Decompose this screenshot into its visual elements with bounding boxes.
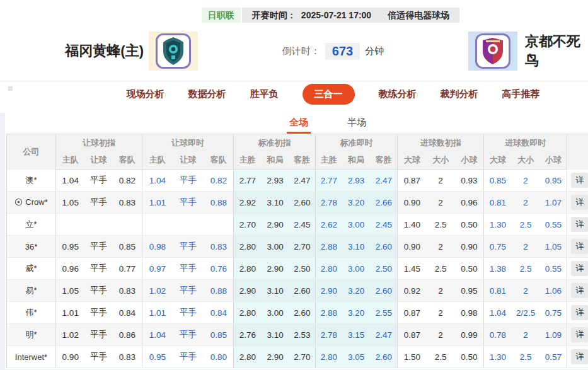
odds-cell: 2.78 [316,324,342,346]
odds-cell: 平手 [173,346,204,368]
odds-cell: 1.06 [540,280,567,302]
odds-cell: 1.01 [56,302,85,324]
odds-cell: 2.60 [289,302,316,324]
table-row: 明*1.02平手0.861.04平手0.852.763.102.532.783.… [7,324,588,346]
away-team-logo [468,32,517,71]
odds-cell: 3.10 [262,324,289,346]
company-name[interactable]: 36* [7,236,56,258]
odds-cell: 0.85 [113,236,142,258]
odds-cell: 2.90 [262,214,289,236]
odds-cell: 1.30 [484,214,512,236]
company-name[interactable]: 立* [7,214,56,236]
nav-tab-1[interactable]: 数据分析 [188,88,226,100]
detail-cell: 详 [567,236,588,258]
odds-cell: 3.10 [262,280,289,302]
odds-cell [113,214,142,236]
nav-tab-0[interactable]: 现场分析 [127,88,164,100]
odds-cell: 2.80 [234,258,262,280]
table-row: 立*2.702.902.452.623.002.451.402.50.501.3… [7,214,588,236]
odds-cell: 0.87 [398,324,427,346]
odds-cell: 2.5 [512,258,540,280]
odds-cell: 0.84 [113,302,142,324]
company-name[interactable]: 澳* [7,170,56,192]
detail-button[interactable]: 详 [571,239,588,254]
odds-cell: 3.05 [342,346,371,368]
odds-cell: 2 [512,236,540,258]
odds-cell: 0.82 [113,170,142,192]
league-badge[interactable]: 日职联 [202,8,241,23]
nav-tab-4[interactable]: 教练分析 [379,88,417,100]
odds-cell: 2.50 [371,258,398,280]
nav-tab-5[interactable]: 裁判分析 [441,88,478,100]
nav-bullet-icon [8,86,13,91]
sub-header-8: 客胜 [289,152,316,170]
company-ball-icon [14,198,23,206]
odds-cell: 2.60 [371,236,398,258]
match-meta-row: 日职联 开赛时间：2025-07-21 17:00 倍适得电器球场 [37,0,588,23]
nav-tab-3[interactable]: 三合一 [303,84,355,105]
sub-header-7: 和局 [262,152,289,170]
odds-cell: 0.76 [204,258,234,280]
detail-button[interactable]: 详 [571,261,588,276]
detail-button[interactable]: 详 [571,327,588,342]
match-header: 日职联 开赛时间：2025-07-21 17:00 倍适得电器球场 福冈黄蜂(主… [0,0,588,107]
odds-cell: 0.77 [113,258,142,280]
table-row: 威*0.96平手0.770.97平手0.762.802.902.502.803.… [7,258,588,280]
odds-cell: 3.00 [262,302,289,324]
home-team-name: 福冈黄蜂(主) [0,42,149,61]
detail-button[interactable]: 详 [571,305,588,320]
detail-button[interactable]: 详 [571,195,588,210]
odds-cell: 平手 [173,302,204,324]
odds-cell: 2.90 [262,258,289,280]
scope-tab-1[interactable]: 半场 [345,113,369,134]
odds-cell: 0.96 [455,192,484,214]
odds-cell: 1.07 [540,192,567,214]
detail-button[interactable]: 详 [571,173,588,188]
detail-button[interactable]: 详 [571,349,588,364]
odds-cell: 2.45 [371,214,398,236]
scope-tab-0[interactable]: 全场 [287,113,311,134]
company-name[interactable]: Crow* [7,192,56,214]
odds-cell: 2.70 [289,346,316,368]
nav-tab-6[interactable]: 高手推荐 [502,88,540,100]
odds-cell: 0.95 [455,280,484,302]
odds-cell: 2 [427,192,455,214]
odds-table-body: 澳*1.04平手0.821.04平手0.822.772.932.472.772.… [7,170,588,368]
odds-cell: 平手 [85,324,113,346]
company-name[interactable]: 易* [7,280,56,302]
odds-cell: 0.95 [540,170,567,192]
company-name[interactable]: 伟* [7,302,56,324]
odds-cell: 平手 [85,236,113,258]
odds-cell: 2 [427,280,455,302]
company-name[interactable]: 威* [7,258,56,280]
odds-cell: 平手 [85,192,113,214]
odds-cell: 1.30 [484,346,512,368]
odds-cell: 1.04 [142,324,173,346]
odds-cell: 2.93 [262,170,289,192]
odds-cell: 2.70 [289,236,316,258]
odds-cell: 1.05 [56,280,85,302]
home-team-logo [149,32,198,71]
detail-button[interactable]: 详 [571,217,588,232]
odds-cell: 2.93 [342,170,371,192]
kickoff-label: 开赛时间： [252,9,296,21]
odds-cell: 0.87 [398,302,427,324]
odds-cell: 2.60 [289,192,316,214]
company-name[interactable]: 明* [7,324,56,346]
odds-cell: 2.80 [234,346,262,368]
group-header-0: 让球初指 [56,134,142,152]
odds-cell: 平手 [85,346,113,368]
odds-cell: 0.90 [398,236,427,258]
company-name[interactable]: Interwet* [7,346,56,368]
odds-cell: 0.99 [455,324,484,346]
sub-header-6: 主胜 [234,152,262,170]
odds-cell: 平手 [173,324,204,346]
table-row: 伟*1.01平手0.841.01平手0.842.803.002.602.883.… [7,302,588,324]
odds-cell: 0.96 [56,258,85,280]
odds-cell: 1.05 [56,192,85,214]
nav-tab-2[interactable]: 胜平负 [250,88,279,100]
detail-button[interactable]: 详 [571,283,588,298]
odds-cell: 2.90 [234,280,262,302]
odds-cell: 0.85 [484,170,512,192]
odds-cell: 2.80 [316,346,342,368]
